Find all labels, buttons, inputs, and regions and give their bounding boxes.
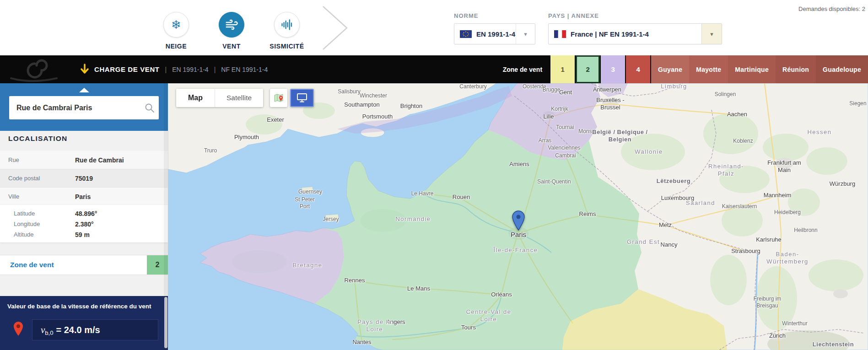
- mode-sismicite[interactable]: SISMICITÉ: [255, 12, 319, 50]
- dropdown-arrow-icon: ▾: [701, 24, 722, 44]
- wind-speed-title: Valeur de base de la vitesse de référenc…: [7, 303, 161, 310]
- pays-value: France | NF EN 1991-1-4: [571, 30, 649, 38]
- mode-vent[interactable]: VENT: [199, 12, 264, 50]
- coordinate-row: Latitude48.896°: [0, 208, 168, 219]
- zone-button-3[interactable]: 3: [601, 55, 625, 83]
- region-button-mayotte[interactable]: Mayotte: [689, 55, 728, 83]
- search-panel: [0, 83, 168, 131]
- localisation-row: RueRue de Cambrai: [0, 151, 168, 169]
- wind-icon: [225, 18, 238, 32]
- zone-button-4[interactable]: 4: [626, 55, 650, 83]
- zone-buttons: 1234: [550, 55, 651, 83]
- fullscreen-view-button[interactable]: [290, 89, 314, 107]
- mode-neige-label: NEIGE: [144, 43, 208, 50]
- wind-swirl-logo: [8, 57, 63, 82]
- wind-speed-row: v b,0 = 24.0 m/s: [0, 318, 168, 340]
- norme-dropdown[interactable]: EN 1991-1-4 ▾: [454, 23, 535, 44]
- eu-flag-icon: [460, 30, 472, 38]
- region-button-réunion[interactable]: Réunion: [776, 55, 816, 83]
- search-notch: [79, 88, 89, 92]
- demandes-counter: Demandes disponibles: 2: [798, 5, 865, 12]
- norme-label: NORME: [454, 12, 535, 19]
- coordinate-row: Altitude59 m: [0, 229, 168, 240]
- app-header: ❄ NEIGE VENT SISMICITÉ NORME: [0, 0, 868, 55]
- dropdown-arrow-icon: ▾: [516, 24, 535, 44]
- red-map-pin-icon: [13, 321, 24, 337]
- map-type-map-button[interactable]: Map: [176, 89, 215, 107]
- page-title: CHARGE DE VENT: [94, 65, 160, 73]
- zone-result-label: Zone de vent: [0, 261, 147, 269]
- map-marker[interactable]: [512, 210, 525, 231]
- map-type-satellite-button[interactable]: Satellite: [215, 89, 263, 107]
- region-button-guyane[interactable]: Guyane: [651, 55, 689, 83]
- pays-dropdown[interactable]: France | NF EN 1991-1-4 ▾: [548, 23, 722, 44]
- zone-result-row: Zone de vent 2: [0, 255, 168, 275]
- localisation-row: Code postal75019: [0, 169, 168, 188]
- mode-sismicite-label: SISMICITÉ: [255, 43, 319, 50]
- wind-speed-panel: Valeur de base de la vitesse de référenc…: [0, 296, 168, 350]
- sidebar: LOCALISATION RueRue de CambraiCode posta…: [0, 83, 168, 350]
- zone-button-2[interactable]: 2: [576, 55, 600, 83]
- localisation-rows: RueRue de CambraiCode postal75019VillePa…: [0, 151, 168, 206]
- title-bar: CHARGE DE VENT | EN 1991-1-4 | NF EN 199…: [0, 55, 868, 83]
- norme-selector: NORME EN 1991-1-4 ▾: [454, 12, 535, 44]
- wind-speed-value-box: v b,0 = 24.0 m/s: [32, 319, 158, 340]
- localisation-row: VilleParis: [0, 188, 168, 206]
- region-button-guadeloupe[interactable]: Guadeloupe: [816, 55, 868, 83]
- coordinate-row: Longitude2.380°: [0, 219, 168, 229]
- search-input[interactable]: [9, 104, 140, 112]
- zone-de-vent-label: Zone de vent: [503, 66, 542, 73]
- mode-vent-label: VENT: [199, 43, 264, 50]
- search-icon[interactable]: [140, 103, 159, 113]
- mode-neige[interactable]: ❄ NEIGE: [144, 12, 208, 50]
- seismic-icon: [280, 18, 293, 31]
- localisation-heading: LOCALISATION: [8, 135, 68, 143]
- coordinates-card: Latitude48.896°Longitude2.380°Altitude59…: [0, 205, 168, 242]
- sidebar-scrollbar-track[interactable]: [164, 83, 168, 350]
- sidebar-scrollbar-thumb[interactable]: [164, 297, 167, 348]
- separator: |: [214, 66, 216, 73]
- search-box: [9, 96, 159, 119]
- snowflake-icon: ❄: [171, 19, 181, 31]
- google-maps-button[interactable]: [270, 89, 287, 107]
- region-buttons: GuyaneMayotteMartiniqueRéunionGuadeloupe: [651, 55, 868, 83]
- norme-value: EN 1991-1-4: [476, 30, 515, 38]
- wind-speed-subscript: b,0: [45, 329, 53, 336]
- pays-label: PAYS | ANNEXE: [548, 12, 722, 19]
- map-type-control: Map Satellite: [176, 89, 263, 107]
- zone-button-1[interactable]: 1: [550, 55, 575, 83]
- chevron-right-icon: [320, 5, 350, 50]
- france-flag-icon: [554, 30, 566, 38]
- down-arrow-icon: [81, 63, 89, 76]
- screen-icon: [297, 93, 307, 102]
- google-maps-icon: [273, 92, 284, 103]
- wind-speed-value: = 24.0 m/s: [56, 325, 100, 335]
- map-canvas[interactable]: SalisburyWinchesterSouthamptonPortsmouth…: [168, 83, 868, 350]
- separator: |: [165, 66, 167, 73]
- wind-speed-symbol: v: [41, 324, 45, 336]
- norm-reference: EN 1991-1-4: [172, 66, 208, 73]
- annex-reference: NF EN 1991-1-4: [221, 66, 268, 73]
- region-button-martinique[interactable]: Martinique: [728, 55, 776, 83]
- pays-selector: PAYS | ANNEXE France | NF EN 1991-1-4 ▾: [548, 12, 722, 44]
